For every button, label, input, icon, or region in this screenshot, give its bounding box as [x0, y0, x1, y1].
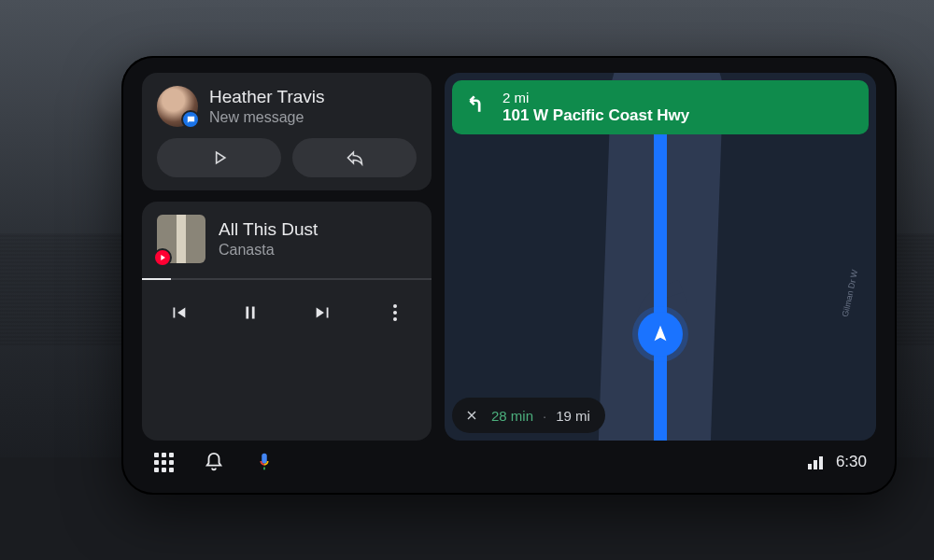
app-launcher-button[interactable]	[151, 450, 176, 474]
close-eta-button[interactable]	[461, 405, 482, 426]
youtube-music-icon	[153, 248, 172, 267]
sender-name: Heather Travis	[209, 87, 325, 107]
turn-distance: 2 mi	[502, 90, 689, 105]
current-location-marker	[638, 312, 683, 357]
street-label: Gilman Dr W	[840, 269, 858, 317]
eta-time: 28 min	[491, 408, 533, 424]
voice-assistant-button[interactable]	[252, 450, 276, 474]
more-icon	[393, 304, 397, 321]
reply-icon	[346, 148, 364, 167]
media-card[interactable]: All This Dust Canasta	[142, 202, 432, 441]
turn-road: 101 W Pacific Coast Hwy	[502, 106, 689, 125]
pause-icon	[240, 302, 261, 323]
system-bar: 6:30	[142, 441, 876, 483]
album-art	[157, 215, 205, 263]
navigation-map[interactable]: Gilman Dr W 2 mi 101 W Pacific Coast Hwy…	[445, 73, 876, 441]
message-subtitle: New message	[209, 109, 325, 126]
clock: 6:30	[836, 453, 867, 471]
skip-next-icon	[313, 302, 333, 323]
eta-distance: 19 mi	[556, 408, 590, 424]
play-message-button[interactable]	[157, 138, 281, 177]
message-card[interactable]: Heather Travis New message	[142, 73, 432, 190]
pause-button[interactable]	[234, 297, 266, 329]
workspace: Heather Travis New message	[142, 73, 876, 441]
next-track-button[interactable]	[307, 297, 339, 329]
skip-previous-icon	[168, 302, 189, 323]
infotainment-screen: Heather Travis New message	[121, 56, 897, 495]
messages-app-icon	[181, 110, 200, 129]
playback-progress[interactable]	[142, 278, 432, 280]
bell-icon	[204, 452, 224, 472]
track-artist: Canasta	[219, 242, 318, 259]
reply-button[interactable]	[292, 138, 417, 177]
notifications-button[interactable]	[202, 450, 226, 474]
left-column: Heather Travis New message	[142, 73, 432, 441]
navigation-arrow-icon	[650, 324, 671, 344]
eta-chip[interactable]: 28 min · 19 mi	[452, 398, 605, 433]
previous-track-button[interactable]	[163, 297, 194, 329]
track-title: All This Dust	[219, 219, 318, 240]
play-icon	[210, 148, 229, 167]
turn-instruction-banner[interactable]: 2 mi 101 W Pacific Coast Hwy	[452, 80, 869, 134]
apps-grid-icon	[154, 453, 174, 472]
turn-left-icon	[465, 91, 489, 116]
signal-icon	[808, 455, 823, 469]
sender-avatar	[157, 86, 198, 127]
media-more-button[interactable]	[379, 297, 411, 329]
assistant-mic-icon	[254, 452, 275, 472]
close-icon	[464, 408, 479, 423]
